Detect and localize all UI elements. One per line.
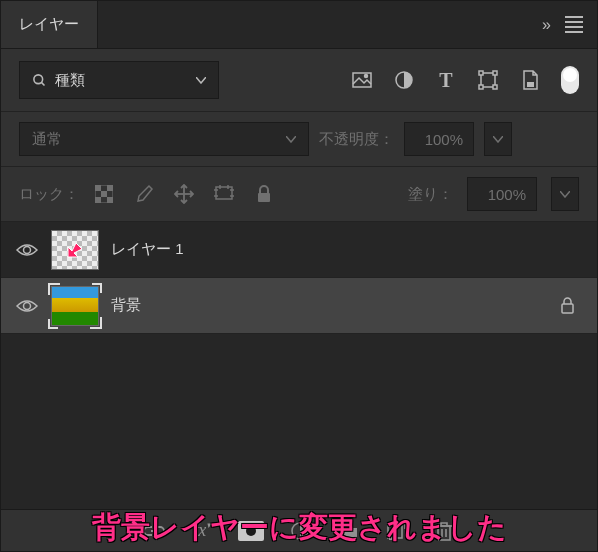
mask-icon[interactable] — [238, 521, 264, 541]
svg-rect-9 — [493, 85, 497, 89]
svg-rect-19 — [216, 187, 232, 199]
svg-rect-10 — [527, 82, 534, 87]
svg-rect-7 — [493, 71, 497, 75]
layer-item[interactable]: 背景 — [1, 278, 597, 334]
trash-icon[interactable] — [432, 521, 456, 541]
panel-header: レイヤー » — [1, 1, 597, 49]
blend-mode-label: 通常 — [32, 130, 62, 149]
layer-thumbnail[interactable] — [51, 286, 99, 326]
filter-type-select[interactable]: 種類 — [19, 61, 219, 99]
svg-rect-35 — [438, 526, 450, 540]
blend-mode-select[interactable]: 通常 — [19, 122, 309, 156]
opacity-label: 不透明度： — [319, 130, 394, 149]
filter-type-text-icon[interactable]: T — [435, 69, 457, 91]
fx-icon[interactable]: fx▾ — [190, 520, 214, 541]
filter-toggle[interactable] — [561, 66, 579, 94]
svg-rect-26 — [258, 193, 270, 202]
layer-thumbnail[interactable] — [51, 230, 99, 270]
visibility-toggle-icon[interactable] — [15, 242, 39, 258]
svg-rect-16 — [107, 197, 113, 203]
opacity-value: 100% — [425, 131, 463, 148]
filter-row: 種類 T — [1, 49, 597, 112]
svg-rect-12 — [95, 185, 101, 191]
layer-lock-icon[interactable] — [560, 297, 583, 314]
svg-point-0 — [34, 74, 43, 83]
opacity-field[interactable]: 100% — [404, 122, 474, 156]
collapse-icon[interactable]: » — [542, 16, 551, 34]
layer-item[interactable]: レイヤー 1 — [1, 222, 597, 278]
svg-rect-8 — [479, 85, 483, 89]
fill-field[interactable]: 100% — [467, 177, 537, 211]
search-icon — [32, 73, 47, 88]
layers-panel: レイヤー » 種類 T — [0, 0, 598, 552]
group-icon[interactable] — [336, 522, 360, 540]
svg-line-1 — [41, 82, 44, 85]
panel-title: レイヤー — [19, 15, 79, 34]
svg-point-30 — [246, 526, 256, 536]
svg-point-3 — [365, 75, 368, 78]
bottom-toolbar: fx▾ — [1, 509, 597, 551]
adjustment-layer-icon[interactable] — [288, 521, 312, 541]
layer-name[interactable]: レイヤー 1 — [111, 240, 583, 259]
fill-value: 100% — [488, 186, 526, 203]
layers-list: レイヤー 1 背景 — [1, 222, 597, 509]
fill-label: 塗り： — [408, 185, 453, 204]
panel-menu-icon[interactable] — [565, 16, 583, 33]
svg-rect-6 — [479, 71, 483, 75]
filter-smart-icon[interactable] — [519, 69, 541, 91]
lock-row: ロック： 塗り： 100% — [1, 167, 597, 222]
visibility-toggle-icon[interactable] — [15, 298, 39, 314]
svg-rect-14 — [101, 191, 107, 197]
chevron-down-icon — [286, 136, 296, 143]
lock-transparency-icon[interactable] — [93, 183, 115, 205]
new-layer-icon[interactable] — [384, 522, 408, 540]
svg-point-27 — [24, 246, 31, 253]
lock-artboard-icon[interactable] — [213, 183, 235, 205]
svg-point-28 — [24, 302, 31, 309]
link-icon[interactable] — [142, 525, 166, 537]
chevron-down-icon — [196, 77, 206, 84]
lock-label: ロック： — [19, 185, 79, 204]
svg-rect-13 — [107, 185, 113, 191]
blend-row: 通常 不透明度： 100% — [1, 112, 597, 167]
filter-adjustment-icon[interactable] — [393, 69, 415, 91]
svg-rect-29 — [562, 304, 573, 313]
lock-position-icon[interactable] — [173, 183, 195, 205]
panel-tab-layers[interactable]: レイヤー — [1, 1, 98, 48]
layer-name[interactable]: 背景 — [111, 296, 548, 315]
svg-rect-32 — [388, 524, 402, 538]
svg-rect-15 — [95, 197, 101, 203]
opacity-expand[interactable] — [484, 122, 512, 156]
filter-shape-icon[interactable] — [477, 69, 499, 91]
fill-expand[interactable] — [551, 177, 579, 211]
filter-type-label: 種類 — [55, 71, 188, 90]
lock-all-icon[interactable] — [253, 183, 275, 205]
filter-pixel-icon[interactable] — [351, 69, 373, 91]
lock-paint-icon[interactable] — [133, 183, 155, 205]
